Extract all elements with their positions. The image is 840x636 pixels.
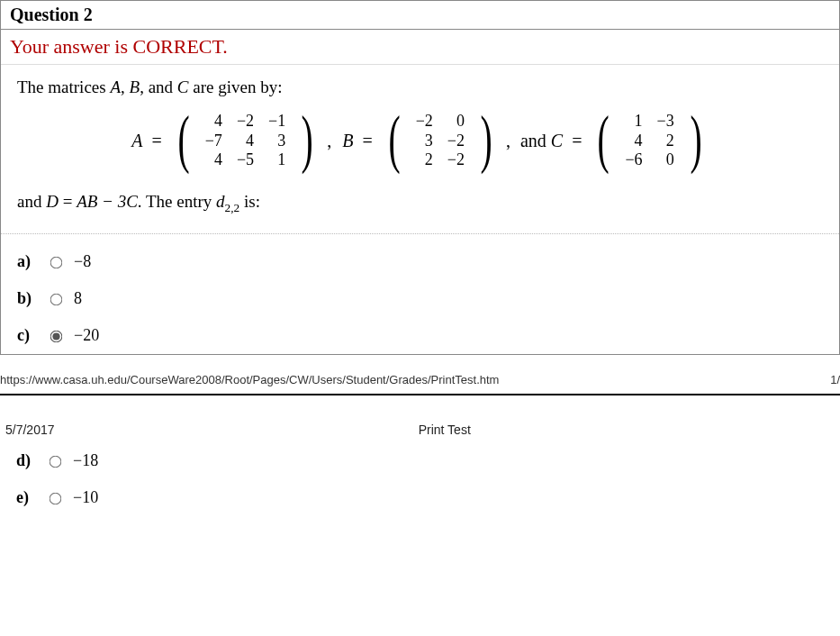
matrix-cell: 0	[650, 150, 682, 169]
left-paren-icon: (	[598, 110, 610, 168]
matrix-cell: 2	[409, 150, 440, 169]
page2-title: Print Test	[55, 422, 835, 437]
and-c-text: , and C	[504, 131, 563, 151]
question-stem-intro: The matrices A, B, and C are given by:	[1, 65, 839, 103]
matrix-cell: −2	[409, 112, 440, 131]
choice-label: e)	[16, 488, 36, 507]
choice-value: −20	[74, 326, 99, 345]
left-paren-icon: (	[388, 110, 400, 168]
matrix-cell: −1	[261, 112, 293, 131]
equals-sign: =	[572, 131, 582, 151]
matrix-cell: −3	[650, 112, 682, 131]
matrix-cell: 1	[618, 112, 649, 131]
choice-radio[interactable]	[50, 257, 63, 269]
choice-label: a)	[17, 252, 37, 271]
choice-label: c)	[17, 326, 37, 345]
left-paren-icon: (	[177, 110, 189, 168]
separator-comma: ,	[327, 131, 331, 151]
choice-value: 8	[74, 289, 82, 308]
matrix-definitions: A = ( 4−2−1−7434−51 ) , B = ( −203−22−2 …	[1, 103, 839, 186]
choice-value: −8	[74, 252, 91, 271]
answer-feedback: Your answer is CORRECT.	[1, 30, 839, 65]
matrix-c: ( 1−342−60 )	[592, 112, 706, 170]
right-paren-icon: )	[690, 110, 701, 168]
choice-radio[interactable]	[50, 294, 63, 306]
question-container: Question 2 Your answer is CORRECT. The m…	[0, 0, 840, 355]
footer-url-text: https://www.casa.uh.edu/CourseWare2008/R…	[0, 373, 499, 386]
matrix-cell: 4	[198, 112, 230, 131]
choice-radio[interactable]	[50, 331, 63, 343]
choice-label: b)	[17, 289, 37, 308]
matrix-c-body: 1−342−60	[614, 112, 684, 170]
choice-d[interactable]: d) −18	[16, 442, 840, 479]
choice-b[interactable]: b) 8	[17, 280, 823, 317]
matrix-a: ( 4−2−1−7434−51 )	[173, 112, 318, 170]
matrix-cell: 4	[618, 132, 649, 150]
matrix-cell: 4	[198, 150, 230, 169]
matrix-b: ( −203−22−2 )	[384, 112, 497, 170]
matrix-cell: 3	[409, 132, 440, 150]
matrix-a-label: A	[131, 131, 142, 151]
choice-value: −18	[73, 451, 98, 470]
stem-d-text: and D = AB − 3C. The entry d2,2 is:	[17, 192, 260, 211]
choice-c[interactable]: c) −20	[17, 317, 823, 354]
question-stem-d: and D = AB − 3C. The entry d2,2 is:	[1, 186, 839, 234]
matrix-cell: 2	[650, 132, 682, 150]
matrix-cell: −2	[230, 112, 261, 131]
question-number: Question 2	[1, 1, 839, 30]
choice-radio[interactable]	[50, 493, 62, 505]
matrix-b-label: B	[342, 131, 353, 151]
matrix-cell: 0	[440, 112, 472, 131]
choice-value: −10	[73, 488, 98, 507]
matrix-a-body: 4−2−1−7434−51	[194, 112, 296, 170]
choice-radio[interactable]	[50, 456, 62, 468]
matrix-cell: −6	[618, 150, 649, 169]
page2-header: 5/7/2017 Print Test	[0, 395, 840, 442]
matrix-cell: 4	[230, 132, 261, 150]
matrix-b-body: −203−22−2	[405, 112, 475, 170]
equals-sign: =	[151, 131, 161, 151]
right-paren-icon: )	[480, 110, 492, 168]
equals-sign: =	[362, 131, 372, 151]
matrix-cell: −2	[440, 150, 472, 169]
choice-label: d)	[16, 451, 36, 470]
matrix-cell: −2	[440, 132, 472, 150]
choice-e[interactable]: e) −10	[16, 479, 840, 516]
stem-intro-text: The matrices A, B, and C are given by:	[17, 77, 282, 96]
answer-choices: a) −8 b) 8 c) −20	[1, 234, 839, 354]
answer-choices-continued: d) −18 e) −10	[0, 442, 840, 516]
matrix-cell: −5	[230, 150, 261, 169]
matrix-cell: 1	[261, 150, 293, 169]
matrix-cell: −7	[198, 132, 230, 150]
matrix-cell: 3	[261, 132, 293, 150]
page2-date: 5/7/2017	[5, 422, 55, 437]
choice-a[interactable]: a) −8	[17, 243, 823, 280]
footer-page-frag: 1/	[830, 373, 840, 386]
page-footer: https://www.casa.uh.edu/CourseWare2008/R…	[0, 355, 840, 390]
right-paren-icon: )	[302, 110, 313, 168]
